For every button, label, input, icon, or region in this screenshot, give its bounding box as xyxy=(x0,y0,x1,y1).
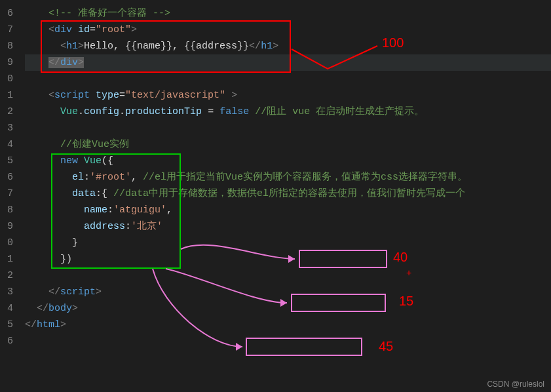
code-line: <div id="root"> xyxy=(25,22,551,38)
code-line: </html> xyxy=(25,317,551,333)
watermark: CSDN @ruleslol xyxy=(487,380,544,389)
code-line: </div> xyxy=(25,54,551,71)
code-line: </body> xyxy=(25,300,551,317)
code-line xyxy=(25,267,551,284)
code-line: data:{ //data中用于存储数据，数据供el所指定的容器去使用，值我们暂… xyxy=(25,186,551,202)
code-line: name:'atguigu', xyxy=(25,202,551,218)
code-line: <!-- 准备好一个容器 --> xyxy=(25,5,551,22)
code-line: //创建Vue实例 xyxy=(25,136,551,153)
annotation-label-15: 15 xyxy=(399,294,413,309)
code-line: } xyxy=(25,235,551,251)
code-line xyxy=(25,120,551,136)
annotation-label-100: 100 xyxy=(382,35,404,50)
code-editor: 6 7 8 9 0 1 2 3 4 5 6 7 8 9 0 1 2 3 4 5 … xyxy=(0,0,551,392)
code-line: }) xyxy=(25,251,551,267)
code-line: <h1>Hello, {{name}}, {{address}}</h1> xyxy=(25,38,551,54)
code-line: <script type="text/javascript" > xyxy=(25,87,551,104)
code-area[interactable]: <!-- 准备好一个容器 --> <div id="root"> <h1>Hel… xyxy=(18,0,551,392)
line-gutter: 6 7 8 9 0 1 2 3 4 5 6 7 8 9 0 1 2 3 4 5 … xyxy=(0,0,18,392)
annotation-label-40: 40 xyxy=(393,250,408,265)
code-line: new Vue({ xyxy=(25,153,551,169)
annotation-label-45: 45 xyxy=(379,339,393,354)
code-line xyxy=(25,71,551,87)
code-line: address:'北京' xyxy=(25,218,551,235)
code-line: </script> xyxy=(25,284,551,300)
code-line: el:'#root', //el用于指定当前Vue实例为哪个容器服务，值通常为c… xyxy=(25,169,551,186)
annotation-label-plus: + xyxy=(406,267,411,278)
code-line: Vue.config.productionTip = false //阻止 vu… xyxy=(25,104,551,120)
